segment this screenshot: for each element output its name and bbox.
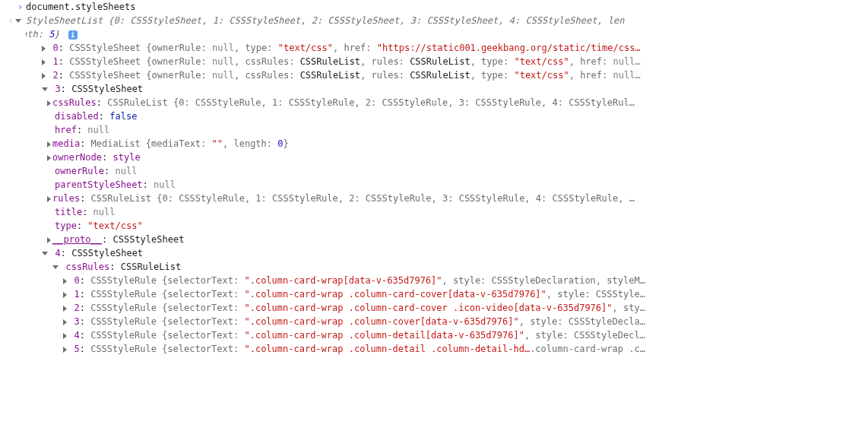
expand-toggle-icon[interactable] [42, 87, 48, 91]
cssrule-0-row[interactable]: 0: CSSStyleRule {selectorText: ".column-… [3, 274, 865, 287]
console-input-row: › document.styleSheets [3, 0, 865, 14]
expand-toggle-icon[interactable] [42, 252, 48, 255]
expand-toggle-icon[interactable] [42, 46, 46, 52]
expand-toggle-icon[interactable] [63, 306, 67, 312]
expand-toggle-icon[interactable] [47, 141, 51, 147]
prop-type: type: "text/css" [3, 219, 865, 233]
prop-cssrules[interactable]: cssRules: CSSRuleList {0: CSSStyleRule, … [3, 96, 865, 109]
prop-disabled: disabled: false [3, 109, 865, 123]
stylesheet-2-row[interactable]: 2: CSSStyleSheet {ownerRule: null, cssRu… [3, 68, 865, 82]
console-input-expression: document.styleSheets [26, 2, 136, 12]
stylesheet-3-row[interactable]: 3: CSSStyleSheet [3, 82, 865, 96]
expand-toggle-icon[interactable] [42, 59, 46, 65]
prop-ownernode[interactable]: ownerNode: style [3, 151, 865, 164]
console-result-row[interactable]: ‹ StyleSheetList {0: CSSStyleSheet, 1: C… [3, 14, 865, 41]
stylesheet-4-row[interactable]: 4: CSSStyleSheet [3, 246, 865, 260]
cssrule-1-row[interactable]: 1: CSSStyleRule {selectorText: ".column-… [3, 287, 865, 301]
expand-toggle-icon[interactable] [63, 278, 67, 284]
expand-toggle-icon[interactable] [63, 292, 67, 298]
cssrule-5-row[interactable]: 5: CSSStyleRule {selectorText: ".column-… [3, 342, 865, 356]
prop-rules[interactable]: rules: CSSRuleList {0: CSSStyleRule, 1: … [3, 192, 865, 205]
expand-toggle-icon[interactable] [52, 265, 59, 269]
prop-href: href: null [3, 123, 865, 137]
result-class: StyleSheetList { [26, 15, 114, 26]
prop-media[interactable]: media: MediaList {mediaText: "", length:… [3, 137, 865, 151]
expand-toggle-icon[interactable] [63, 319, 67, 325]
stylesheet-4-cssrules-row[interactable]: cssRules: CSSRuleList [3, 260, 865, 274]
expand-toggle-icon[interactable] [47, 237, 51, 243]
expand-toggle-icon[interactable] [47, 196, 51, 202]
input-prompt-icon: › [17, 0, 23, 14]
stylesheet-1-row[interactable]: 1: CSSStyleSheet {ownerRule: null, cssRu… [3, 55, 865, 68]
prop-parentstylesheet: parentStyleSheet: null [3, 178, 865, 192]
expand-toggle-icon[interactable] [47, 155, 51, 161]
expand-toggle-icon[interactable] [63, 333, 67, 339]
cssrule-4-row[interactable]: 4: CSSStyleRule {selectorText: ".column-… [3, 328, 865, 342]
expand-toggle-icon[interactable] [63, 347, 67, 353]
output-prompt-icon: ‹ [8, 14, 14, 27]
result-summary-body: 0: CSSStyleSheet, 1: CSSStyleSheet, 2: C… [26, 15, 624, 40]
expand-toggle-icon[interactable] [15, 19, 21, 23]
prop-proto[interactable]: __proto__: CSSStyleSheet [3, 233, 865, 246]
expand-toggle-icon[interactable] [47, 100, 51, 106]
prop-ownerrule: ownerRule: null [3, 164, 865, 178]
info-icon[interactable]: i [68, 30, 78, 40]
expand-toggle-icon[interactable] [42, 73, 46, 79]
cssrule-3-row[interactable]: 3: CSSStyleRule {selectorText: ".column-… [3, 315, 865, 328]
stylesheet-0-row[interactable]: 0: CSSStyleSheet {ownerRule: null, type:… [3, 41, 865, 55]
prop-title: title: null [3, 205, 865, 219]
cssrule-2-row[interactable]: 2: CSSStyleRule {selectorText: ".column-… [3, 301, 865, 315]
